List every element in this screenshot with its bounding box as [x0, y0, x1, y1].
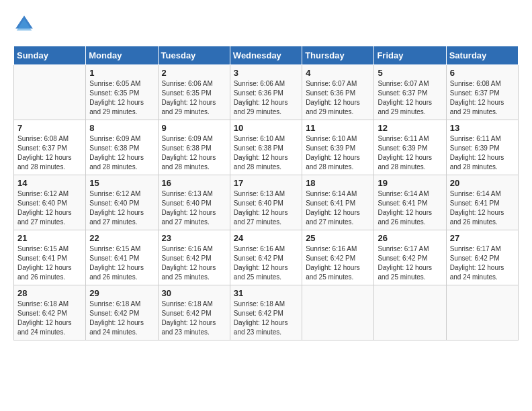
day-number: 27 [450, 233, 515, 243]
calendar-day-cell: 23Sunrise: 6:16 AM Sunset: 6:42 PM Dayli… [158, 230, 230, 285]
day-number: 12 [378, 123, 442, 133]
calendar-day-cell: 1Sunrise: 6:05 AM Sunset: 6:35 PM Daylig… [86, 65, 158, 120]
day-info: Sunrise: 6:07 AM Sunset: 6:37 PM Dayligh… [378, 79, 442, 117]
day-number: 16 [162, 178, 226, 188]
day-info: Sunrise: 6:16 AM Sunset: 6:42 PM Dayligh… [234, 244, 298, 282]
calendar-day-cell: 9Sunrise: 6:09 AM Sunset: 6:38 PM Daylig… [158, 120, 230, 175]
day-number: 14 [17, 178, 82, 188]
calendar-week-row: 7Sunrise: 6:08 AM Sunset: 6:37 PM Daylig… [14, 120, 519, 175]
day-info: Sunrise: 6:09 AM Sunset: 6:38 PM Dayligh… [89, 134, 154, 172]
day-info: Sunrise: 6:10 AM Sunset: 6:39 PM Dayligh… [306, 134, 370, 172]
day-header-monday: Monday [86, 46, 158, 65]
calendar-day-cell: 4Sunrise: 6:07 AM Sunset: 6:36 PM Daylig… [302, 65, 374, 120]
calendar-day-cell: 25Sunrise: 6:16 AM Sunset: 6:42 PM Dayli… [302, 230, 374, 285]
calendar-day-cell: 11Sunrise: 6:10 AM Sunset: 6:39 PM Dayli… [302, 120, 374, 175]
calendar-day-cell [14, 65, 86, 120]
calendar-day-cell: 17Sunrise: 6:13 AM Sunset: 6:40 PM Dayli… [230, 175, 302, 230]
calendar-day-cell [446, 285, 518, 340]
day-number: 7 [17, 123, 82, 133]
calendar-day-cell: 13Sunrise: 6:11 AM Sunset: 6:39 PM Dayli… [446, 120, 518, 175]
day-number: 1 [89, 68, 154, 78]
day-header-saturday: Saturday [446, 46, 518, 65]
calendar-day-cell: 10Sunrise: 6:10 AM Sunset: 6:38 PM Dayli… [230, 120, 302, 175]
day-info: Sunrise: 6:18 AM Sunset: 6:42 PM Dayligh… [89, 300, 154, 337]
day-number: 17 [234, 178, 298, 188]
calendar-day-cell: 8Sunrise: 6:09 AM Sunset: 6:38 PM Daylig… [86, 120, 158, 175]
day-info: Sunrise: 6:14 AM Sunset: 6:41 PM Dayligh… [450, 189, 515, 227]
day-header-thursday: Thursday [302, 46, 374, 65]
day-number: 30 [162, 288, 226, 298]
day-info: Sunrise: 6:18 AM Sunset: 6:42 PM Dayligh… [234, 300, 298, 337]
calendar-day-cell: 24Sunrise: 6:16 AM Sunset: 6:42 PM Dayli… [230, 230, 302, 285]
day-number: 5 [378, 68, 442, 78]
day-number: 13 [450, 123, 515, 133]
calendar-day-cell: 28Sunrise: 6:18 AM Sunset: 6:42 PM Dayli… [14, 285, 86, 340]
calendar-day-cell: 6Sunrise: 6:08 AM Sunset: 6:37 PM Daylig… [446, 65, 518, 120]
day-info: Sunrise: 6:09 AM Sunset: 6:38 PM Dayligh… [162, 134, 226, 172]
day-number: 22 [89, 233, 154, 243]
day-number: 24 [234, 233, 298, 243]
day-number: 19 [378, 178, 442, 188]
day-number: 2 [162, 68, 226, 78]
calendar-day-cell: 26Sunrise: 6:17 AM Sunset: 6:42 PM Dayli… [374, 230, 446, 285]
calendar-day-cell: 16Sunrise: 6:13 AM Sunset: 6:40 PM Dayli… [158, 175, 230, 230]
day-number: 4 [306, 68, 370, 78]
day-number: 18 [306, 178, 370, 188]
day-info: Sunrise: 6:13 AM Sunset: 6:40 PM Dayligh… [162, 189, 226, 227]
logo [13, 13, 38, 35]
day-info: Sunrise: 6:11 AM Sunset: 6:39 PM Dayligh… [450, 134, 515, 172]
calendar-header-row: SundayMondayTuesdayWednesdayThursdayFrid… [14, 46, 519, 65]
day-info: Sunrise: 6:06 AM Sunset: 6:35 PM Dayligh… [162, 79, 226, 117]
day-info: Sunrise: 6:07 AM Sunset: 6:36 PM Dayligh… [306, 79, 370, 117]
day-info: Sunrise: 6:11 AM Sunset: 6:39 PM Dayligh… [378, 134, 442, 172]
day-info: Sunrise: 6:12 AM Sunset: 6:40 PM Dayligh… [89, 189, 154, 227]
day-number: 31 [234, 288, 298, 298]
calendar-day-cell: 2Sunrise: 6:06 AM Sunset: 6:35 PM Daylig… [158, 65, 230, 120]
calendar-week-row: 21Sunrise: 6:15 AM Sunset: 6:41 PM Dayli… [14, 230, 519, 285]
day-number: 20 [450, 178, 515, 188]
day-number: 23 [162, 233, 226, 243]
day-info: Sunrise: 6:13 AM Sunset: 6:40 PM Dayligh… [234, 189, 298, 227]
calendar-day-cell: 27Sunrise: 6:17 AM Sunset: 6:42 PM Dayli… [446, 230, 518, 285]
day-header-wednesday: Wednesday [230, 46, 302, 65]
day-info: Sunrise: 6:14 AM Sunset: 6:41 PM Dayligh… [306, 189, 370, 227]
day-number: 28 [17, 288, 82, 298]
day-number: 21 [17, 233, 82, 243]
day-info: Sunrise: 6:16 AM Sunset: 6:42 PM Dayligh… [306, 244, 370, 282]
day-header-sunday: Sunday [14, 46, 86, 65]
day-info: Sunrise: 6:17 AM Sunset: 6:42 PM Dayligh… [450, 244, 515, 282]
calendar-week-row: 1Sunrise: 6:05 AM Sunset: 6:35 PM Daylig… [14, 65, 519, 120]
day-info: Sunrise: 6:08 AM Sunset: 6:37 PM Dayligh… [450, 79, 515, 117]
calendar-day-cell: 15Sunrise: 6:12 AM Sunset: 6:40 PM Dayli… [86, 175, 158, 230]
day-info: Sunrise: 6:15 AM Sunset: 6:41 PM Dayligh… [89, 244, 154, 282]
day-info: Sunrise: 6:10 AM Sunset: 6:38 PM Dayligh… [234, 134, 298, 172]
day-header-friday: Friday [374, 46, 446, 65]
day-number: 29 [89, 288, 154, 298]
calendar-day-cell: 30Sunrise: 6:18 AM Sunset: 6:42 PM Dayli… [158, 285, 230, 340]
day-info: Sunrise: 6:12 AM Sunset: 6:40 PM Dayligh… [17, 189, 82, 227]
page-header [13, 13, 519, 35]
day-number: 10 [234, 123, 298, 133]
calendar-day-cell: 12Sunrise: 6:11 AM Sunset: 6:39 PM Dayli… [374, 120, 446, 175]
calendar-day-cell [374, 285, 446, 340]
calendar-day-cell: 19Sunrise: 6:14 AM Sunset: 6:41 PM Dayli… [374, 175, 446, 230]
day-info: Sunrise: 6:15 AM Sunset: 6:41 PM Dayligh… [17, 244, 82, 282]
day-number: 3 [234, 68, 298, 78]
calendar-day-cell: 5Sunrise: 6:07 AM Sunset: 6:37 PM Daylig… [374, 65, 446, 120]
day-info: Sunrise: 6:18 AM Sunset: 6:42 PM Dayligh… [17, 300, 82, 337]
day-number: 8 [89, 123, 154, 133]
calendar-week-row: 28Sunrise: 6:18 AM Sunset: 6:42 PM Dayli… [14, 285, 519, 340]
logo-icon [13, 13, 35, 35]
day-header-tuesday: Tuesday [158, 46, 230, 65]
day-info: Sunrise: 6:14 AM Sunset: 6:41 PM Dayligh… [378, 189, 442, 227]
calendar-day-cell: 18Sunrise: 6:14 AM Sunset: 6:41 PM Dayli… [302, 175, 374, 230]
day-number: 15 [89, 178, 154, 188]
calendar-day-cell: 7Sunrise: 6:08 AM Sunset: 6:37 PM Daylig… [14, 120, 86, 175]
calendar-day-cell: 14Sunrise: 6:12 AM Sunset: 6:40 PM Dayli… [14, 175, 86, 230]
calendar-table: SundayMondayTuesdayWednesdayThursdayFrid… [13, 46, 519, 340]
day-number: 11 [306, 123, 370, 133]
day-info: Sunrise: 6:05 AM Sunset: 6:35 PM Dayligh… [89, 79, 154, 117]
day-number: 6 [450, 68, 515, 78]
calendar-day-cell: 31Sunrise: 6:18 AM Sunset: 6:42 PM Dayli… [230, 285, 302, 340]
calendar-day-cell: 22Sunrise: 6:15 AM Sunset: 6:41 PM Dayli… [86, 230, 158, 285]
